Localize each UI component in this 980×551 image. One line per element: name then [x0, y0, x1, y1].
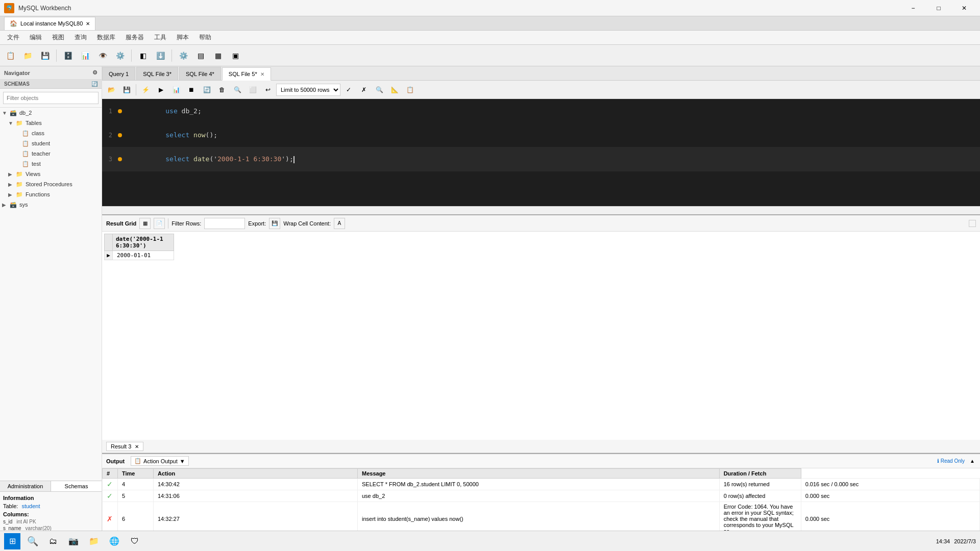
- action-output-dropdown[interactable]: 📋 Action Output ▼: [131, 456, 189, 466]
- sql-editor[interactable]: 1 use db_2; 2 select now(); 3 select dat: [102, 99, 980, 206]
- split-btn[interactable]: ⬜: [246, 83, 260, 97]
- run-selection-btn[interactable]: ▶: [154, 83, 168, 97]
- instance-close[interactable]: ✕: [86, 21, 90, 27]
- menu-view[interactable]: 视图: [47, 31, 69, 44]
- tab-sqlfile5[interactable]: SQL File 5* ✕: [222, 67, 271, 81]
- limit-select[interactable]: Limit to 50000 rows: [276, 84, 340, 96]
- save-file-btn[interactable]: 💾: [119, 83, 134, 97]
- commit-btn[interactable]: ✓: [341, 83, 356, 97]
- grid-view-btn[interactable]: ▦: [139, 218, 151, 229]
- context-btn[interactable]: 📋: [403, 83, 417, 97]
- explain-btn[interactable]: 📊: [169, 83, 183, 97]
- layout-btn3[interactable]: ▣: [227, 47, 243, 64]
- tab-sqlfile4[interactable]: SQL File 4*: [179, 67, 221, 80]
- layout-btn2[interactable]: ▦: [210, 47, 226, 64]
- titlebar: 🐬 MySQL Workbench − □ ✕: [0, 0, 980, 16]
- settings-btn[interactable]: ⚙️: [175, 47, 191, 64]
- rollback-btn[interactable]: ✗: [357, 83, 371, 97]
- menu-server[interactable]: 服务器: [120, 31, 149, 44]
- menu-help[interactable]: 帮助: [194, 31, 216, 44]
- editor-hscroll[interactable]: [102, 206, 980, 214]
- wrap-btn[interactable]: ↩: [261, 83, 275, 97]
- toggle-btn[interactable]: 🔄: [200, 83, 214, 97]
- table-student[interactable]: 📋 student: [0, 138, 102, 148]
- output-row-5: ✓ 5 14:31:06 use db_2 0 row(s) affected …: [103, 490, 980, 502]
- schemas-icon[interactable]: 🔄: [91, 81, 97, 87]
- instance-tab[interactable]: 🏠 Local instance MySQL80 ✕: [4, 17, 95, 30]
- run-btn[interactable]: ⚡: [138, 83, 153, 97]
- line-number: 1: [102, 108, 116, 115]
- result-tab-close[interactable]: ✕: [135, 444, 139, 449]
- tab-sqlfile3[interactable]: SQL File 3*: [136, 67, 178, 80]
- filter-input[interactable]: [3, 92, 99, 104]
- collapse-btn[interactable]: [969, 220, 976, 227]
- taskbar-browser[interactable]: 🌐: [106, 533, 122, 549]
- search-btn[interactable]: 🔍: [230, 83, 244, 97]
- new-view-btn[interactable]: 👁️: [94, 47, 111, 64]
- open-file-btn[interactable]: 📂: [104, 83, 118, 97]
- tab-query1[interactable]: Query 1: [102, 67, 135, 80]
- tab-close-icon[interactable]: ✕: [260, 71, 264, 77]
- save-btn[interactable]: 💾: [37, 47, 53, 64]
- filter-rows-input[interactable]: [204, 218, 245, 229]
- new-schema-btn[interactable]: 🗄️: [60, 47, 76, 64]
- views-folder[interactable]: ▶ 📁 Views: [0, 169, 102, 179]
- layout-btn1[interactable]: ▤: [192, 47, 209, 64]
- result3-tab[interactable]: Result 3 ✕: [106, 442, 143, 451]
- toggle-output-btn[interactable]: ⬇️: [152, 47, 168, 64]
- table-test[interactable]: 📋 test: [0, 159, 102, 169]
- menu-tools[interactable]: 工具: [149, 31, 172, 44]
- schema-db2[interactable]: ▼ 🗃️ db_2: [0, 108, 102, 118]
- export-btn[interactable]: 💾: [269, 218, 280, 229]
- taskview-btn[interactable]: 🗂: [45, 533, 61, 549]
- clear-btn[interactable]: 🗑: [215, 83, 229, 97]
- schemas-tab[interactable]: Schemas: [51, 481, 102, 491]
- col-action: Action: [154, 469, 358, 479]
- row-time: 14:31:06: [154, 490, 358, 502]
- maximize-button[interactable]: □: [927, 0, 950, 16]
- navigator-header: Navigator ⚙: [0, 66, 102, 80]
- search-taskbar-btn[interactable]: 🔍: [24, 533, 41, 549]
- new-routine-btn[interactable]: ⚙️: [112, 47, 128, 64]
- stop-btn[interactable]: ⏹: [184, 83, 199, 97]
- row-num: 4: [118, 479, 154, 490]
- new-connection-btn[interactable]: 📋: [2, 47, 18, 64]
- menu-file[interactable]: 文件: [2, 31, 24, 44]
- close-button[interactable]: ✕: [952, 0, 976, 16]
- navigator-icon[interactable]: ⚙: [92, 69, 97, 76]
- toggle-sidebar-btn[interactable]: ◧: [135, 47, 151, 64]
- start-button[interactable]: ⊞: [4, 533, 20, 549]
- table-icon: 📋: [21, 139, 30, 147]
- stored-procedures-folder[interactable]: ▶ 📁 Stored Procedures: [0, 179, 102, 189]
- dropdown-arrow-icon: ▼: [180, 458, 185, 464]
- administration-tab[interactable]: Administration: [0, 481, 51, 491]
- result-section-tabs: Result 3 ✕: [102, 440, 980, 453]
- table-teacher[interactable]: 📋 teacher: [0, 148, 102, 159]
- tables-folder[interactable]: ▼ 📁 Tables: [0, 118, 102, 128]
- collapse-output-btn[interactable]: ▲: [969, 458, 976, 465]
- menu-database[interactable]: 数据库: [92, 31, 120, 44]
- schema-sys[interactable]: ▶ 🗃️ sys: [0, 199, 102, 210]
- table-class[interactable]: 📋 class: [0, 128, 102, 138]
- format-btn[interactable]: 📐: [387, 83, 402, 97]
- run-indicator: [116, 109, 124, 113]
- taskbar-app[interactable]: 🛡: [127, 533, 143, 549]
- readonly-label: Read Only: [941, 458, 965, 464]
- minimize-button[interactable]: −: [901, 0, 925, 16]
- form-view-btn[interactable]: 📄: [154, 218, 165, 229]
- new-table-btn[interactable]: 📊: [77, 47, 93, 64]
- app-icon: 🐬: [4, 3, 14, 13]
- line-number: 3: [102, 156, 116, 163]
- wrap-btn[interactable]: A: [334, 218, 345, 229]
- result-section: Result Grid ▦ 📄 Filter Rows: Export: 💾 W…: [102, 214, 980, 453]
- zoom-btn[interactable]: 🔍: [372, 83, 386, 97]
- open-btn[interactable]: 📁: [19, 47, 36, 64]
- dot-icon: [118, 109, 122, 113]
- menu-query[interactable]: 查询: [69, 31, 92, 44]
- menu-script[interactable]: 脚本: [172, 31, 194, 44]
- taskbar-cam[interactable]: 📷: [65, 533, 82, 549]
- functions-folder[interactable]: ▶ 📁 Functions: [0, 189, 102, 199]
- menu-edit[interactable]: 编辑: [24, 31, 47, 44]
- taskbar-file[interactable]: 📁: [86, 533, 102, 549]
- table-label: teacher: [32, 151, 51, 157]
